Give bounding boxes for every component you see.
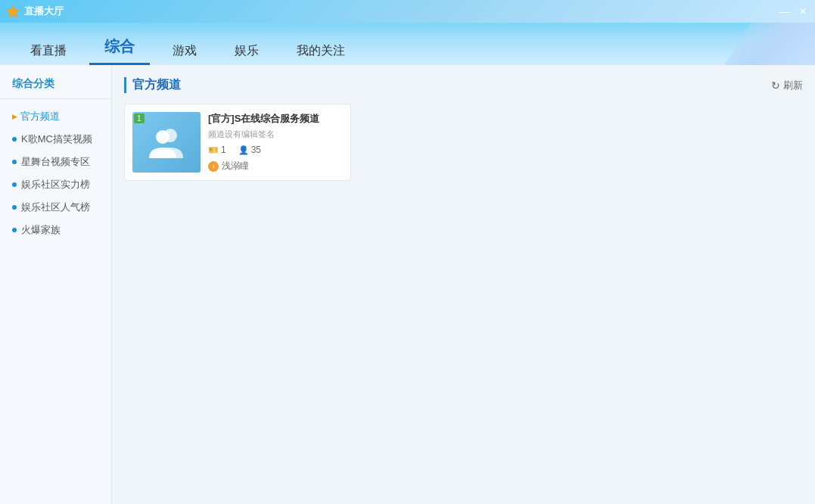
title-bar: 直播大厅 — ✕: [0, 0, 815, 23]
channel-desc: 频道设有编辑签名: [208, 129, 343, 140]
channel-header: 官方频道 ↻ 刷新: [124, 77, 803, 93]
stat-id: 🎫 1: [208, 145, 226, 155]
channel-host: ♀ 浅溺瞳: [208, 160, 343, 173]
fans-icon: 👤: [238, 145, 249, 155]
bullet-icon: [12, 205, 17, 210]
sidebar-item-community-power[interactable]: 娱乐社区实力榜: [0, 173, 111, 196]
tab-comprehensive[interactable]: 综合: [89, 30, 150, 65]
app-title: 直播大厅: [24, 5, 64, 18]
close-button[interactable]: ✕: [797, 5, 809, 17]
stat-fans: 👤 35: [238, 145, 261, 155]
sidebar: 综合分类 官方频道 K歌MC搞笑视频 星舞台视频专区 娱乐社区实力榜 娱乐社区人…: [0, 65, 112, 504]
main-content: 综合分类 官方频道 K歌MC搞笑视频 星舞台视频专区 娱乐社区实力榜 娱乐社区人…: [0, 65, 815, 504]
bullet-icon: [12, 137, 17, 142]
channel-area: 官方频道 ↻ 刷新 1 [官方]S在线综合服务频: [112, 65, 815, 504]
refresh-icon: ↻: [771, 79, 780, 92]
id-icon: 🎫: [208, 145, 219, 155]
sidebar-item-community-popularity[interactable]: 娱乐社区人气榜: [0, 196, 111, 219]
bullet-icon: [12, 160, 17, 164]
channel-card[interactable]: 1 [官方]S在线综合服务频道 频道设有编辑签名 🎫 1: [124, 104, 351, 181]
bullet-icon: [12, 228, 17, 232]
window-controls: — ✕: [779, 5, 809, 17]
channel-thumbnail: 1: [132, 112, 201, 173]
sidebar-item-karaoke[interactable]: K歌MC搞笑视频: [0, 128, 111, 151]
sidebar-title: 综合分类: [0, 77, 111, 99]
users-icon: [148, 126, 185, 158]
tab-watch-live[interactable]: 看直播: [15, 37, 82, 65]
host-avatar-icon: ♀: [208, 161, 219, 172]
sidebar-item-star-stage[interactable]: 星舞台视频专区: [0, 151, 111, 173]
svg-point-2: [156, 130, 170, 144]
sidebar-item-hot-family[interactable]: 火爆家族: [0, 219, 111, 241]
sidebar-item-official-channel[interactable]: 官方频道: [0, 105, 111, 128]
channel-stats: 🎫 1 👤 35: [208, 145, 343, 155]
tab-my-follows[interactable]: 我的关注: [282, 37, 360, 65]
tab-entertainment[interactable]: 娱乐: [219, 37, 274, 65]
host-name: 浅溺瞳: [222, 160, 249, 173]
bullet-icon: [12, 182, 17, 187]
svg-marker-0: [7, 5, 20, 17]
live-badge: 1: [134, 114, 145, 123]
channel-info: [官方]S在线综合服务频道 频道设有编辑签名 🎫 1 👤 35 ♀: [208, 112, 343, 173]
tab-games[interactable]: 游戏: [157, 37, 212, 65]
channel-name: [官方]S在线综合服务频道: [208, 112, 343, 126]
refresh-button[interactable]: ↻ 刷新: [771, 79, 803, 92]
nav-bar: 看直播 综合 游戏 娱乐 我的关注: [0, 23, 815, 65]
channel-area-title: 官方频道: [124, 77, 181, 93]
app-icon: [6, 5, 20, 18]
minimize-button[interactable]: —: [779, 5, 791, 17]
